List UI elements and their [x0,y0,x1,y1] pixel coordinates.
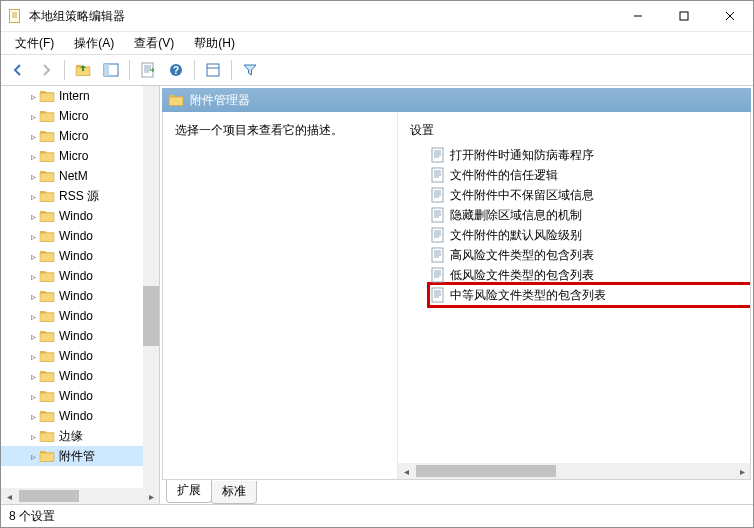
toolbar-separator [129,60,130,80]
expand-icon[interactable]: ▹ [27,271,39,282]
status-bar: 8 个设置 [1,505,753,527]
scroll-left-button[interactable]: ◂ [1,488,17,504]
scrollbar-track[interactable] [414,463,734,479]
tree-item[interactable]: ▹Windo [1,346,143,366]
tree-item[interactable]: ▹Intern [1,86,143,106]
tree-item[interactable]: ▹Windo [1,246,143,266]
expand-icon[interactable]: ▹ [27,151,39,162]
description-column: 选择一个项目来查看它的描述。 [163,112,398,479]
tree-item[interactable]: ▹Windo [1,386,143,406]
expand-icon[interactable]: ▹ [27,231,39,242]
expand-icon[interactable]: ▹ [27,431,39,442]
tree-item[interactable]: ▹Windo [1,286,143,306]
tab-standard[interactable]: 标准 [211,481,257,504]
folder-icon [39,249,55,263]
tree-item[interactable]: ▹Micro [1,146,143,166]
setting-item[interactable]: 文件附件的信任逻辑 [430,165,750,185]
tree-horizontal-scrollbar[interactable]: ◂ ▸ [1,488,159,504]
folder-icon [39,189,55,203]
expand-icon[interactable]: ▹ [27,91,39,102]
export-icon [140,62,156,78]
tree-item[interactable]: ▹Windo [1,266,143,286]
close-button[interactable] [707,1,753,31]
setting-item[interactable]: 中等风险文件类型的包含列表 [427,282,750,308]
setting-item-label: 文件附件的信任逻辑 [450,167,558,184]
tree-item[interactable]: ▹Windo [1,366,143,386]
tab-extended[interactable]: 扩展 [166,480,212,503]
scroll-right-button[interactable]: ▸ [143,488,159,504]
setting-item[interactable]: 高风险文件类型的包含列表 [430,245,750,265]
setting-item[interactable]: 隐藏删除区域信息的机制 [430,205,750,225]
expand-icon[interactable]: ▹ [27,451,39,462]
setting-item-label: 打开附件时通知防病毒程序 [450,147,594,164]
menu-help[interactable]: 帮助(H) [184,33,245,54]
setting-item[interactable]: 文件附件中不保留区域信息 [430,185,750,205]
tree-item[interactable]: ▹Windo [1,326,143,346]
tree-item[interactable]: ▹Micro [1,126,143,146]
minimize-button[interactable] [615,1,661,31]
content-body: 选择一个项目来查看它的描述。 设置 打开附件时通知防病毒程序文件附件的信任逻辑文… [162,112,751,480]
expand-icon[interactable]: ▹ [27,311,39,322]
scroll-right-button[interactable]: ▸ [734,463,750,479]
tree-vertical-scrollbar[interactable] [143,86,159,488]
maximize-button[interactable] [661,1,707,31]
folder-icon [39,449,55,463]
folder-icon [168,93,184,107]
expand-icon[interactable]: ▹ [27,251,39,262]
setting-item-label: 隐藏删除区域信息的机制 [450,207,582,224]
content-header: 附件管理器 [162,88,751,112]
scrollbar-thumb[interactable] [416,465,556,477]
show-hide-tree-button[interactable] [98,57,124,83]
filter-button[interactable] [237,57,263,83]
expand-icon[interactable]: ▹ [27,351,39,362]
close-icon [725,11,735,21]
menu-view[interactable]: 查看(V) [124,33,184,54]
toolbar-separator [64,60,65,80]
policy-icon [430,187,446,203]
toolbar-separator [231,60,232,80]
up-level-button[interactable] [70,57,96,83]
expand-icon[interactable]: ▹ [27,211,39,222]
settings-list: 打开附件时通知防病毒程序文件附件的信任逻辑文件附件中不保留区域信息隐藏删除区域信… [398,145,750,463]
expand-icon[interactable]: ▹ [27,371,39,382]
folder-icon [39,89,55,103]
tree-item[interactable]: ▹RSS 源 [1,186,143,206]
properties-icon [205,62,221,78]
tree-item[interactable]: ▹Windo [1,206,143,226]
settings-column-header[interactable]: 设置 [398,112,750,145]
scrollbar-thumb[interactable] [19,490,79,502]
menu-action[interactable]: 操作(A) [64,33,124,54]
tree-item-label: Micro [59,129,88,143]
nav-forward-button[interactable] [33,57,59,83]
expand-icon[interactable]: ▹ [27,391,39,402]
expand-icon[interactable]: ▹ [27,331,39,342]
tree-item[interactable]: ▹Windo [1,226,143,246]
tree-item[interactable]: ▹边缘 [1,426,143,446]
scrollbar-thumb[interactable] [143,286,159,346]
policy-icon [430,227,446,243]
folder-icon [39,409,55,423]
setting-item[interactable]: 文件附件的默认风险级别 [430,225,750,245]
tree-item[interactable]: ▹NetM [1,166,143,186]
help-button[interactable]: ? [163,57,189,83]
properties-button[interactable] [200,57,226,83]
export-list-button[interactable] [135,57,161,83]
tree-item[interactable]: ▹附件管 [1,446,143,466]
setting-item[interactable]: 打开附件时通知防病毒程序 [430,145,750,165]
description-text: 选择一个项目来查看它的描述。 [175,123,343,137]
menu-file[interactable]: 文件(F) [5,33,64,54]
expand-icon[interactable]: ▹ [27,291,39,302]
scrollbar-track[interactable] [17,488,143,504]
policy-icon [430,267,446,283]
nav-back-button[interactable] [5,57,31,83]
expand-icon[interactable]: ▹ [27,111,39,122]
expand-icon[interactable]: ▹ [27,411,39,422]
expand-icon[interactable]: ▹ [27,191,39,202]
expand-icon[interactable]: ▹ [27,171,39,182]
tree-item[interactable]: ▹Windo [1,306,143,326]
tree-item[interactable]: ▹Windo [1,406,143,426]
tree-item[interactable]: ▹Micro [1,106,143,126]
settings-horizontal-scrollbar[interactable]: ◂ ▸ [398,463,750,479]
expand-icon[interactable]: ▹ [27,131,39,142]
scroll-left-button[interactable]: ◂ [398,463,414,479]
